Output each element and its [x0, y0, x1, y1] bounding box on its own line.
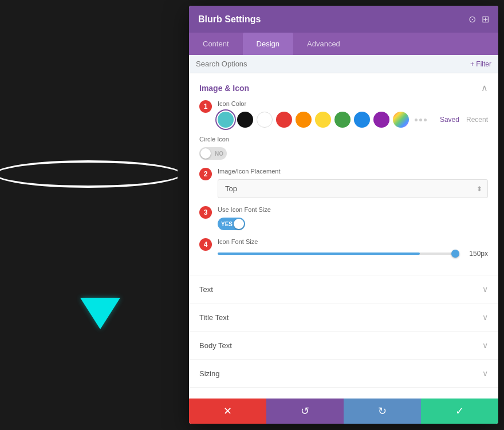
- sizing-section-title: Sizing: [199, 369, 219, 378]
- title-text-section-title: Title Text: [199, 313, 229, 322]
- use-icon-font-size-label: Use Icon Font Size: [218, 206, 488, 213]
- use-icon-font-size-text: YES: [221, 221, 233, 227]
- dot-3: [424, 119, 427, 121]
- color-swatch-teal[interactable]: [218, 112, 234, 128]
- tab-advanced[interactable]: Advanced: [293, 33, 354, 55]
- circle-icon-toggle[interactable]: NO: [199, 147, 227, 160]
- saved-recent-row: Saved Recent: [440, 116, 488, 124]
- image-icon-title: Image & Icon: [199, 84, 249, 93]
- redo-icon: ↻: [378, 405, 387, 417]
- background-wave: [0, 149, 178, 195]
- image-icon-section-header: Image & Icon ∧: [189, 73, 498, 100]
- slider-thumb[interactable]: [451, 250, 459, 258]
- step-badge-4: 4: [199, 238, 212, 251]
- color-swatches: Saved Recent: [218, 112, 488, 128]
- blurb-settings-panel: Blurb Settings ⊙ ⊞ Content Design Advanc…: [189, 6, 498, 424]
- use-icon-font-size-field: 3 Use Icon Font Size YES: [199, 206, 488, 230]
- icon-color-field: 1 Icon Color: [199, 100, 488, 128]
- circle-icon-field: Circle Icon NO: [199, 136, 488, 160]
- sizing-chevron-icon: ∨: [482, 369, 488, 378]
- color-swatch-black[interactable]: [237, 112, 253, 128]
- use-icon-font-size-content: Use Icon Font Size YES: [218, 206, 488, 230]
- spacing-section: Spacing ∨: [189, 388, 498, 399]
- title-text-section-header[interactable]: Title Text ∨: [189, 303, 498, 331]
- dot-2: [419, 119, 422, 121]
- slider-track[interactable]: [218, 253, 455, 255]
- body-text-section-title: Body Text: [199, 341, 232, 350]
- circle-icon-label: Circle Icon: [199, 136, 488, 143]
- toggle-text: NO: [215, 151, 223, 157]
- text-chevron-icon: ∨: [482, 285, 488, 294]
- tab-content[interactable]: Content: [189, 33, 243, 55]
- placement-content: Image/Icon Placement Top Left Right ⬍: [218, 168, 488, 198]
- image-icon-content: 1 Icon Color: [189, 100, 498, 275]
- cyan-triangle-decoration: [80, 298, 120, 329]
- panel-header: Blurb Settings ⊙ ⊞: [189, 6, 498, 33]
- cancel-button[interactable]: ✕: [189, 399, 266, 424]
- step-badge-1: 1: [199, 100, 212, 113]
- sizing-section-header[interactable]: Sizing ∨: [189, 360, 498, 387]
- color-swatch-white[interactable]: [257, 112, 273, 128]
- text-section-header[interactable]: Text ∨: [189, 275, 498, 303]
- use-icon-font-size-row: 3 Use Icon Font Size YES: [199, 206, 488, 230]
- circle-icon-toggle-wrap: NO: [199, 147, 488, 160]
- panel-title: Blurb Settings: [198, 14, 261, 25]
- panel-body: Image & Icon ∧ 1 Icon Color: [189, 73, 498, 399]
- icon-font-size-slider-wrap: 150px: [218, 250, 488, 258]
- panel-footer: ✕ ↺ ↻ ✓: [189, 399, 498, 424]
- tab-design[interactable]: Design: [243, 33, 293, 55]
- image-icon-toggle[interactable]: ∧: [481, 82, 488, 93]
- icon-font-size-content: Icon Font Size 150px: [218, 238, 488, 258]
- redo-button[interactable]: ↻: [344, 399, 421, 424]
- saved-label[interactable]: Saved: [440, 116, 459, 124]
- image-icon-section: Image & Icon ∧ 1 Icon Color: [189, 73, 498, 275]
- text-section: Text ∨: [189, 275, 498, 303]
- use-icon-font-size-knob: [234, 219, 244, 229]
- placement-select[interactable]: Top Left Right: [218, 179, 488, 198]
- undo-icon: ↺: [301, 405, 309, 417]
- color-swatch-red[interactable]: [276, 112, 292, 128]
- search-bar: + Filter: [189, 55, 498, 73]
- filter-button[interactable]: + Filter: [470, 60, 491, 68]
- sizing-section: Sizing ∨: [189, 360, 498, 388]
- step-badge-3: 3: [199, 206, 212, 219]
- color-swatch-green[interactable]: [334, 112, 351, 128]
- icon-color-label: Icon Color: [218, 100, 488, 107]
- icon-color-content: Icon Color: [218, 100, 488, 128]
- undo-button[interactable]: ↺: [266, 399, 344, 424]
- slider-fill: [218, 253, 420, 255]
- more-colors-indicator[interactable]: [412, 119, 427, 121]
- icon-font-size-field: 4 Icon Font Size 150px: [199, 238, 488, 258]
- color-swatch-orange[interactable]: [296, 112, 312, 128]
- color-swatch-yellow[interactable]: [315, 112, 331, 128]
- placement-row: 2 Image/Icon Placement Top Left Right ⬍: [199, 168, 488, 198]
- placement-field: 2 Image/Icon Placement Top Left Right ⬍: [199, 168, 488, 198]
- text-section-title: Text: [199, 285, 213, 294]
- title-text-chevron-icon: ∨: [482, 313, 488, 322]
- recent-label[interactable]: Recent: [466, 116, 488, 124]
- icon-font-size-value[interactable]: 150px: [462, 250, 488, 258]
- body-text-chevron-icon: ∨: [482, 341, 488, 350]
- color-swatch-gradient[interactable]: [393, 112, 409, 128]
- toggle-knob: [200, 148, 211, 159]
- body-text-section-header[interactable]: Body Text ∨: [189, 332, 498, 359]
- title-text-section: Title Text ∨: [189, 303, 498, 332]
- use-icon-font-size-toggle[interactable]: YES: [218, 218, 245, 230]
- color-swatch-purple[interactable]: [373, 112, 389, 128]
- placement-select-wrap: Top Left Right ⬍: [218, 179, 488, 198]
- settings-icon[interactable]: ⊙: [468, 14, 476, 25]
- icon-color-row: 1 Icon Color: [199, 100, 488, 128]
- save-button[interactable]: ✓: [421, 399, 498, 424]
- save-icon: ✓: [455, 405, 464, 417]
- placement-label: Image/Icon Placement: [218, 168, 488, 175]
- icon-font-size-row: 4 Icon Font Size 150px: [199, 238, 488, 258]
- icon-font-size-label: Icon Font Size: [218, 238, 488, 245]
- search-input[interactable]: [196, 60, 470, 68]
- tabs: Content Design Advanced: [189, 33, 498, 55]
- dot-1: [415, 119, 418, 121]
- columns-icon[interactable]: ⊞: [482, 14, 489, 25]
- spacing-section-header[interactable]: Spacing ∨: [189, 388, 498, 399]
- cancel-icon: ✕: [223, 405, 232, 417]
- color-swatch-blue[interactable]: [354, 112, 370, 128]
- step-badge-2: 2: [199, 168, 212, 180]
